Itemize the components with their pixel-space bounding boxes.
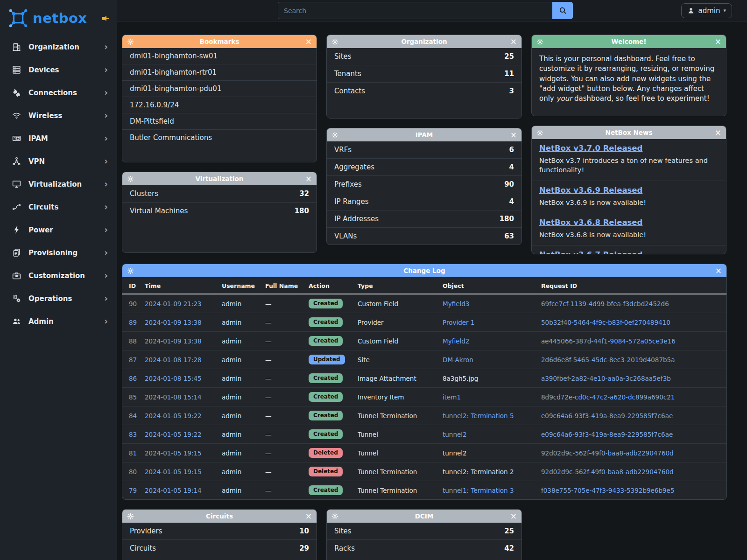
bookmark-link[interactable]: 172.16.0.9/24: [122, 97, 317, 113]
news-link[interactable]: NetBox v3.6.9 Released: [539, 186, 642, 195]
widget-config-gear-icon[interactable]: [331, 38, 342, 45]
change-id-link[interactable]: 85: [129, 393, 137, 401]
sidebar-item-provisioning[interactable]: Provisioning ›: [0, 241, 117, 264]
bookmark-link[interactable]: dmi01-binghamton-rtr01: [122, 64, 317, 81]
stat-label-link[interactable]: Clusters: [130, 189, 158, 198]
stat-label-link[interactable]: VRFs: [334, 146, 352, 154]
change-id-link[interactable]: 81: [129, 449, 137, 457]
stat-label-link[interactable]: IP Ranges: [334, 197, 369, 206]
change-id-link[interactable]: 80: [129, 468, 137, 476]
search-button[interactable]: [552, 2, 573, 19]
change-object-link[interactable]: Myfield3: [443, 300, 469, 308]
stat-label-link[interactable]: Prefixes: [334, 180, 362, 189]
sidebar-item-connections[interactable]: Connections ›: [0, 81, 117, 104]
change-id-link[interactable]: 79: [129, 487, 137, 494]
change-id-link[interactable]: 83: [129, 431, 137, 438]
change-object-link[interactable]: tunnel1: Termination 3: [443, 487, 514, 494]
request-id-link[interactable]: e09c64a6-93f3-419a-8ea9-229585f7c6ae: [541, 431, 673, 438]
close-icon[interactable]: ×: [711, 38, 721, 46]
stat-label-link[interactable]: Racks: [334, 544, 355, 553]
change-object-link[interactable]: tunnel2: Termination 5: [443, 412, 514, 420]
widget-config-gear-icon[interactable]: [331, 513, 342, 520]
change-time-link[interactable]: 2024-01-09 21:23: [145, 300, 202, 308]
user-menu-button[interactable]: admin ▾: [681, 3, 732, 18]
sidebar-item-virtualization[interactable]: Virtualization ›: [0, 173, 117, 196]
change-time-link[interactable]: 2024-01-08 15:45: [145, 375, 202, 382]
change-time-link[interactable]: 2024-01-09 13:38: [145, 337, 202, 345]
sidebar-item-admin[interactable]: Admin ›: [0, 310, 117, 333]
request-id-link[interactable]: 8d9cd72e-cd0c-47c2-a620-dc899a690c21: [541, 393, 675, 401]
change-id-link[interactable]: 84: [129, 412, 137, 420]
sidebar-item-customization[interactable]: Customization ›: [0, 264, 117, 287]
request-id-link[interactable]: 92d02d9c-562f-49f0-baa8-adb22904760d: [541, 468, 674, 476]
close-icon[interactable]: ×: [302, 512, 312, 520]
close-icon[interactable]: ×: [507, 512, 517, 520]
bookmark-link[interactable]: dmi01-binghamton-sw01: [122, 48, 317, 64]
close-icon[interactable]: ×: [302, 38, 312, 46]
close-icon[interactable]: ×: [507, 131, 517, 139]
change-object-link[interactable]: Myfield2: [443, 337, 469, 345]
change-object-link[interactable]: tunnel2: [443, 449, 467, 457]
change-object-link[interactable]: tunnel2: [443, 431, 467, 438]
widget-config-gear-icon[interactable]: [536, 129, 547, 136]
search-input[interactable]: [278, 2, 552, 19]
stat-label-link[interactable]: IP Addresses: [334, 215, 379, 223]
bookmark-link[interactable]: Butler Communications: [122, 130, 317, 146]
request-id-link[interactable]: ae445066-387d-44f1-9084-572a05ce3e16: [541, 337, 676, 345]
brand[interactable]: netbox: [0, 0, 117, 35]
request-id-link[interactable]: a390fbef-2a82-4e10-aa0a-3c268aa5ef3b: [541, 375, 671, 382]
sidebar-item-circuits[interactable]: Circuits ›: [0, 196, 117, 218]
stat-label-link[interactable]: Circuits: [130, 544, 156, 553]
close-icon[interactable]: ×: [302, 175, 312, 183]
widget-config-gear-icon[interactable]: [536, 38, 547, 45]
change-id-link[interactable]: 88: [129, 337, 137, 345]
request-id-link[interactable]: f038e755-705e-47f3-9433-5392b9e6b9e5: [541, 487, 675, 494]
widget-config-gear-icon[interactable]: [127, 38, 137, 45]
stat-label-link[interactable]: Contacts: [334, 87, 365, 95]
news-link[interactable]: NetBox v3.6.8 Released: [539, 218, 642, 227]
change-object-link[interactable]: item1: [443, 393, 461, 401]
stat-label-link[interactable]: Tenants: [334, 70, 361, 78]
sidebar-item-power[interactable]: Power ›: [0, 218, 117, 241]
change-id-link[interactable]: 86: [129, 375, 137, 382]
change-object-link[interactable]: Provider 1: [443, 319, 474, 326]
request-id-link[interactable]: 69fce7cf-1139-4d99-bfea-f3dcbd2452d6: [541, 300, 669, 308]
sidebar-item-wireless[interactable]: Wireless ›: [0, 104, 117, 127]
request-id-link[interactable]: 50b32f40-5464-4f9c-b83f-0ef270489410: [541, 319, 670, 326]
close-icon[interactable]: ×: [712, 267, 722, 275]
change-object-link[interactable]: DM-Akron: [443, 356, 473, 364]
widget-config-gear-icon[interactable]: [331, 132, 342, 139]
news-link[interactable]: NetBox v3.7.0 Released: [539, 144, 642, 153]
stat-label-link[interactable]: Aggregates: [334, 163, 374, 171]
widget-config-gear-icon[interactable]: [127, 267, 137, 274]
change-time-link[interactable]: 2024-01-05 19:22: [145, 431, 202, 438]
change-time-link[interactable]: 2024-01-05 19:15: [145, 449, 202, 457]
change-id-link[interactable]: 89: [129, 319, 137, 326]
stat-label-link[interactable]: Sites: [334, 527, 352, 535]
bookmark-link[interactable]: DM-Pittsfield: [122, 113, 317, 130]
request-id-link[interactable]: 2d6d6e8f-5465-45dc-8ec3-2019d4087b5a: [541, 356, 675, 364]
widget-config-gear-icon[interactable]: [127, 513, 137, 520]
sidebar-item-ipam[interactable]: IPAM ›: [0, 127, 117, 150]
sidebar-item-operations[interactable]: Operations ›: [0, 287, 117, 310]
sidebar-item-organization[interactable]: Organization ›: [0, 35, 117, 58]
change-id-link[interactable]: 90: [129, 300, 137, 308]
change-object-link[interactable]: tunnel2: Termination 2: [443, 468, 514, 476]
stat-label-link[interactable]: Virtual Machines: [130, 207, 188, 215]
change-id-link[interactable]: 87: [129, 356, 137, 364]
sidebar-item-vpn[interactable]: VPN ›: [0, 150, 117, 173]
news-link[interactable]: NetBox v3.6.7 Released: [539, 250, 642, 254]
change-time-link[interactable]: 2024-01-09 13:38: [145, 319, 202, 326]
change-time-link[interactable]: 2024-01-05 19:22: [145, 412, 202, 420]
request-id-link[interactable]: e09c64a6-93f3-419a-8ea9-229585f7c6ae: [541, 412, 673, 420]
pin-icon[interactable]: [101, 14, 110, 23]
stat-label-link[interactable]: VLANs: [334, 232, 357, 240]
change-time-link[interactable]: 2024-01-05 19:14: [145, 487, 202, 494]
close-icon[interactable]: ×: [711, 129, 721, 137]
close-icon[interactable]: ×: [507, 38, 517, 46]
bookmark-link[interactable]: dmi01-binghamton-pdu01: [122, 81, 317, 97]
request-id-link[interactable]: 92d02d9c-562f-49f0-baa8-adb22904760d: [541, 449, 674, 457]
change-time-link[interactable]: 2024-01-08 17:28: [145, 356, 202, 364]
change-time-link[interactable]: 2024-01-05 19:15: [145, 468, 202, 476]
stat-label-link[interactable]: Sites: [334, 52, 352, 61]
